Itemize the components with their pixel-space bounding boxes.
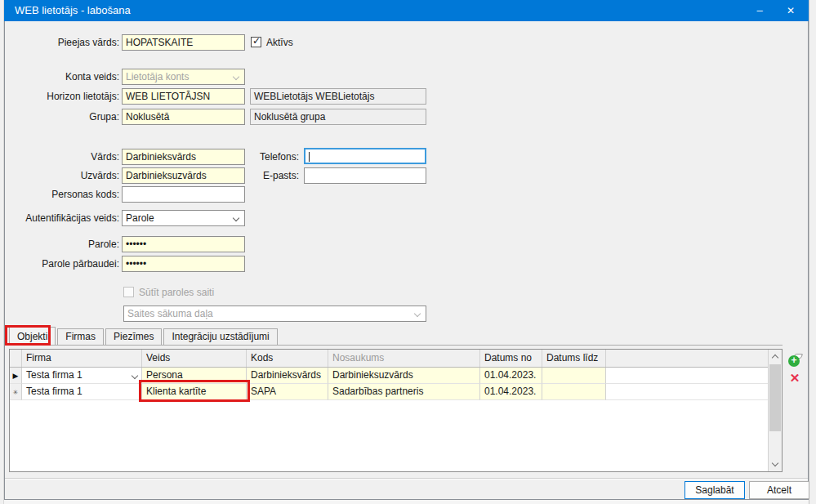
add-row-button[interactable]: + [788, 354, 802, 368]
active-checkbox[interactable]: ✓ Aktīvs [251, 37, 308, 48]
cancel-button[interactable]: Atcelt [749, 481, 809, 499]
objects-table: Firma Veids Kods Nosaukums Datums no Dat… [9, 349, 783, 472]
add-icon: + [788, 355, 800, 367]
auth-type-label: Autentifikācijas veids: [9, 211, 119, 226]
cell-datums-lidz[interactable] [542, 368, 606, 384]
phone-label: Telefons: [217, 149, 299, 165]
personal-code-input[interactable] [122, 186, 245, 203]
current-row-indicator: ▶ [10, 368, 22, 384]
new-row-indicator: ✳ [10, 384, 22, 400]
chevron-down-icon [233, 74, 239, 80]
chevron-down-icon [233, 215, 239, 221]
delete-row-button[interactable]: ✕ [787, 371, 802, 386]
scrollbar-up-arrow[interactable] [769, 350, 782, 364]
table-row[interactable]: ✳ Testa firma 1 Klienta kartīte SAPA Sad… [10, 384, 768, 400]
last-name-label: Uzvārds: [9, 168, 119, 184]
account-type-label: Konta veids: [9, 69, 119, 85]
table-header-row: Firma Veids Kods Nosaukums Datums no Dat… [10, 350, 768, 368]
title-bar[interactable]: WEB lietotājs - labošana – ✕ [4, 0, 809, 21]
account-type-select[interactable]: Lietotāja konts [122, 69, 245, 85]
background-app-edge-right [809, 0, 816, 504]
save-button[interactable]: Saglabāt [684, 481, 745, 499]
dialog-web-user-edit: WEB lietotājs - labošana – ✕ Pieejas vār… [4, 0, 809, 500]
annotation-highlight-klienta-kartite-cell [139, 380, 250, 402]
send-password-link-checkbox[interactable]: Sūtīt paroles saiti [123, 287, 254, 298]
cell-firma[interactable]: Testa firma 1 [22, 384, 142, 400]
email-label: E-pasts: [217, 168, 299, 184]
cell-kods[interactable]: Darbinieksvārds [247, 368, 328, 384]
cell-filler [606, 384, 768, 400]
minimize-icon: – [756, 4, 762, 16]
tab-piezimes[interactable]: Piezīmes [105, 328, 162, 345]
cell-datums-no[interactable]: 01.04.2023. [480, 368, 542, 384]
cell-datums-lidz[interactable] [542, 384, 606, 400]
tab-integraciju-uzstadijumi[interactable]: Integrāciju uzstādījumi [163, 328, 277, 345]
window-title: WEB lietotājs - labošana [15, 0, 131, 21]
group-input[interactable]: Noklusētā [122, 109, 245, 125]
cell-datums-no[interactable]: 01.04.2023. [480, 384, 542, 400]
access-name-input[interactable]: HOPATSKAITE [122, 34, 245, 51]
phone-input[interactable] [304, 148, 426, 164]
link-prefix-select[interactable]: Saites sākuma daļa [123, 306, 426, 322]
send-password-link-label: Sūtīt paroles saiti [139, 287, 214, 298]
password-label: Parole: [9, 237, 119, 252]
active-checkbox-box: ✓ [251, 37, 261, 47]
personal-code-label: Personas kods: [9, 187, 119, 203]
column-header-filler [606, 350, 768, 367]
column-header-datums-no[interactable]: Datums no [480, 350, 542, 367]
horizon-user-label: Horizon lietotājs: [9, 89, 119, 105]
tab-pane-border [9, 345, 783, 346]
close-icon: ✕ [787, 5, 795, 16]
cell-firma-value: Testa firma 1 [26, 369, 82, 381]
chevron-down-icon[interactable] [132, 372, 138, 379]
column-header-kods[interactable]: Kods [247, 350, 328, 367]
password-confirm-input[interactable]: •••••• [122, 256, 245, 272]
minimize-button[interactable]: – [747, 0, 773, 21]
auth-type-value: Parole [126, 212, 154, 224]
table-vertical-scrollbar[interactable] [768, 350, 782, 471]
password-confirm-label: Parole pārbaudei: [9, 256, 119, 272]
text-caret [309, 152, 310, 162]
cell-filler [606, 368, 768, 384]
link-prefix-value: Saites sākuma daļa [127, 308, 213, 319]
column-header-veids[interactable]: Veids [142, 350, 247, 367]
chevron-down-icon [414, 310, 421, 317]
auth-type-select[interactable]: Parole [122, 210, 245, 226]
first-name-label: Vārds: [9, 149, 119, 165]
account-type-value: Lietotāja konts [126, 71, 189, 83]
close-button[interactable]: ✕ [778, 0, 804, 21]
new-row-icon: ✳ [13, 389, 19, 396]
current-row-icon: ▶ [13, 372, 19, 380]
active-checkbox-label: Aktīvs [266, 37, 293, 48]
column-header-datums-lidz[interactable]: Datums līdz [542, 350, 606, 367]
annotation-highlight-objekti-tab [5, 325, 51, 346]
cell-kods[interactable]: SAPA [247, 384, 328, 400]
table-row[interactable]: ▶ Testa firma 1 Persona Darbinieksvārds … [10, 368, 768, 384]
send-password-link-checkbox-box [123, 287, 134, 297]
group-display: Noklusētā grupa [250, 109, 426, 125]
scrollbar-thumb[interactable] [769, 364, 781, 431]
delete-icon: ✕ [790, 371, 800, 385]
email-input[interactable] [304, 167, 426, 184]
access-name-label: Pieejas vārds: [9, 35, 119, 51]
cell-firma[interactable]: Testa firma 1 [22, 368, 142, 384]
cell-nosaukums[interactable]: Sadarbības partneris [328, 384, 480, 400]
horizon-user-display: WEBLietotājs WEBLietotājs [250, 88, 426, 105]
password-input[interactable]: •••••• [122, 236, 245, 252]
column-header-nosaukums[interactable]: Nosaukums [328, 350, 480, 367]
check-icon: ✓ [252, 35, 261, 47]
column-header-firma[interactable]: Firma [22, 350, 142, 367]
group-label: Grupa: [9, 109, 119, 125]
row-indicator-header [10, 350, 22, 367]
cell-nosaukums[interactable]: Darbinieksuzvārds [328, 368, 480, 384]
scrollbar-down-arrow[interactable] [769, 457, 782, 471]
tab-firmas[interactable]: Firmas [57, 328, 104, 345]
horizon-user-input[interactable]: WEB LIETOTĀJSN [122, 88, 245, 105]
footer-separator [5, 478, 808, 479]
